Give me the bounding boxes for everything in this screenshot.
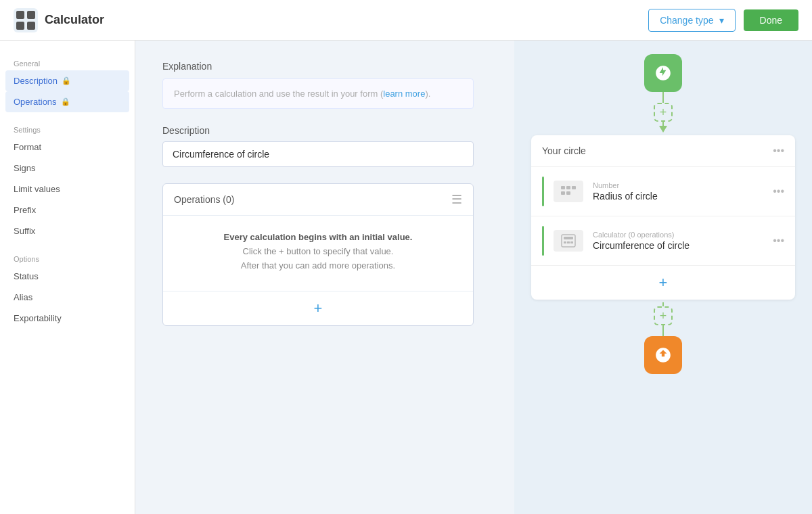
limit-values-label: Limit values — [14, 184, 60, 194]
sidebar-item-description[interactable]: Description 🔒 — [5, 70, 129, 91]
suffix-label: Suffix — [14, 226, 35, 236]
svg-rect-2 — [27, 11, 35, 19]
flow-diagram: + Your circle ••• — [528, 54, 798, 374]
learn-more-link[interactable]: learn more — [383, 89, 425, 99]
sidebar-general-label: General — [0, 54, 135, 70]
description-section-title: Description — [162, 125, 474, 136]
app-title: Calculator — [45, 13, 104, 27]
sidebar-settings-label: Settings — [0, 120, 135, 137]
flow-row2-bar — [542, 226, 544, 256]
flow-row1-info: Number Radius of circle — [593, 181, 763, 202]
operations-msg1: Every calculation begins with an initial… — [174, 232, 462, 242]
flow-row1-name: Radius of circle — [593, 191, 763, 202]
flow-connector-bottom: + — [654, 302, 673, 336]
flow-row2-info: Calculator (0 operations) Circumference … — [593, 231, 763, 251]
flow-card-add-button[interactable]: + — [659, 274, 668, 291]
flow-row2-name: Circumference of circle — [593, 240, 763, 251]
flow-row1-bar — [542, 177, 544, 206]
done-button[interactable]: Done — [744, 9, 798, 31]
operations-box: Operations (0) ☰ Every calculation begin… — [162, 183, 474, 326]
sidebar-item-limit-values[interactable]: Limit values — [0, 179, 135, 200]
svg-rect-11 — [564, 237, 573, 239]
svg-rect-3 — [16, 22, 24, 30]
status-label: Status — [14, 271, 39, 281]
flow-add-bottom-button[interactable]: + — [654, 306, 673, 325]
change-type-label: Change type — [660, 15, 713, 26]
operations-msg3: After that you can add more operations. — [174, 260, 462, 271]
flow-end-node — [644, 336, 682, 374]
sidebar-options-label: Options — [0, 250, 135, 266]
sidebar-description-label: Description — [14, 76, 58, 86]
operations-header: Operations (0) ☰ — [163, 184, 473, 216]
operations-add-area: + — [163, 291, 473, 325]
sidebar: General Description 🔒 Operations 🔒 Setti… — [0, 41, 135, 514]
sidebar-item-status[interactable]: Status — [0, 266, 135, 287]
flow-row2-menu-icon[interactable]: ••• — [773, 235, 784, 247]
calculator-logo-icon — [14, 8, 38, 32]
flow-row2-icon — [554, 230, 583, 252]
svg-rect-1 — [16, 11, 24, 19]
operations-msg2: Click the + button to specify that value… — [174, 246, 462, 256]
svg-rect-10 — [562, 235, 575, 247]
flow-card-menu-icon[interactable]: ••• — [773, 145, 784, 157]
operations-title: Operations (0) — [174, 194, 234, 205]
svg-rect-8 — [561, 191, 565, 195]
flow-line-4 — [662, 325, 664, 336]
right-panel: + Your circle ••• — [514, 41, 812, 514]
flow-card-row-1: Number Radius of circle ••• — [531, 167, 795, 216]
operations-menu-icon[interactable]: ☰ — [451, 192, 462, 207]
format-label: Format — [14, 142, 41, 152]
description-lock-icon: 🔒 — [62, 76, 71, 85]
sidebar-item-prefix[interactable]: Prefix — [0, 200, 135, 220]
sidebar-operations-label: Operations — [14, 97, 57, 107]
sidebar-item-operations[interactable]: Operations 🔒 — [5, 91, 129, 112]
flow-card-add-area: + — [531, 266, 795, 300]
svg-rect-4 — [27, 22, 35, 30]
explanation-text: Perform a calculation and use the result… — [174, 89, 430, 99]
svg-rect-5 — [561, 186, 565, 189]
sidebar-item-suffix[interactable]: Suffix — [0, 220, 135, 241]
svg-rect-6 — [566, 186, 570, 189]
explanation-box: Perform a calculation and use the result… — [162, 78, 474, 109]
sidebar-item-alias[interactable]: Alias — [0, 287, 135, 308]
sidebar-item-format[interactable]: Format — [0, 137, 135, 158]
operations-lock-icon: 🔒 — [61, 97, 70, 106]
flow-arrow-down-icon — [659, 126, 667, 133]
description-input[interactable] — [162, 141, 474, 167]
flow-connector-top: + — [654, 92, 673, 133]
flow-card-header: Your circle ••• — [531, 135, 795, 167]
flow-card-row-2: Calculator (0 operations) Circumference … — [531, 216, 795, 266]
flow-start-node — [644, 54, 682, 92]
change-type-button[interactable]: Change type ▾ — [648, 9, 735, 32]
sidebar-item-signs[interactable]: Signs — [0, 158, 135, 179]
number-field-icon — [560, 185, 577, 198]
chevron-down-icon: ▾ — [719, 15, 724, 26]
signs-label: Signs — [14, 163, 36, 173]
flow-row1-type: Number — [593, 181, 763, 189]
svg-rect-13 — [567, 241, 570, 243]
prefix-label: Prefix — [14, 205, 36, 215]
svg-rect-9 — [566, 191, 570, 195]
logo-area: Calculator — [14, 8, 648, 32]
app-header: Calculator Change type ▾ Done — [0, 0, 812, 41]
flow-row1-menu-icon[interactable]: ••• — [773, 185, 784, 197]
content-area: Explanation Perform a calculation and us… — [135, 41, 514, 514]
alias-label: Alias — [14, 292, 32, 302]
flow-card: Your circle ••• — [531, 135, 795, 300]
calculator-field-icon — [560, 234, 577, 248]
flow-line-1 — [662, 92, 664, 103]
header-actions: Change type ▾ Done — [648, 9, 798, 32]
flow-add-top-button[interactable]: + — [654, 103, 673, 122]
flow-card-title: Your circle — [542, 145, 586, 156]
svg-rect-7 — [572, 186, 576, 189]
flow-row2-type: Calculator (0 operations) — [593, 231, 763, 239]
svg-rect-12 — [564, 241, 566, 243]
exportability-label: Exportability — [14, 313, 62, 323]
flow-row1-icon — [554, 181, 583, 202]
main-layout: General Description 🔒 Operations 🔒 Setti… — [0, 41, 812, 514]
sidebar-item-exportability[interactable]: Exportability — [0, 308, 135, 329]
operations-body: Every calculation begins with an initial… — [163, 216, 473, 291]
operations-add-button[interactable]: + — [314, 301, 323, 316]
svg-rect-14 — [570, 241, 573, 243]
explanation-section-title: Explanation — [162, 61, 474, 72]
